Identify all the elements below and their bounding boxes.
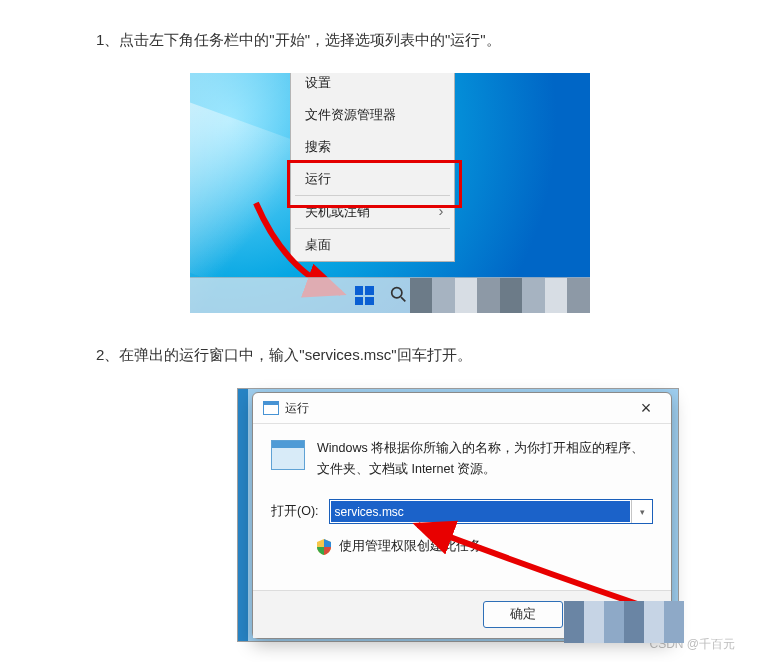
admin-note: 使用管理权限创建此任务。 <box>339 538 495 555</box>
chevron-down-icon[interactable]: ▾ <box>631 500 652 523</box>
step-1-text: 1、点击左下角任务栏中的"开始"，选择选项列表中的"运行"。 <box>96 26 739 53</box>
desktop-edge <box>238 389 248 641</box>
run-description: Windows 将根据你所输入的名称，为你打开相应的程序、文件夹、文档或 Int… <box>317 438 653 479</box>
start-button-icon[interactable] <box>355 286 374 305</box>
shield-icon <box>317 539 331 555</box>
pixelated-region <box>564 601 684 643</box>
open-input[interactable] <box>331 501 630 522</box>
menu-item-desktop[interactable]: 桌面 <box>291 229 454 261</box>
highlight-box <box>287 160 462 208</box>
run-dialog-icon <box>263 401 279 415</box>
menu-item-settings[interactable]: 设置 <box>291 73 454 99</box>
run-body-icon <box>271 440 305 470</box>
open-label: 打开(O): <box>271 503 319 520</box>
svg-point-0 <box>391 287 401 297</box>
screenshot-2: 运行 × Windows 将根据你所输入的名称，为你打开相应的程序、文件夹、文档… <box>237 388 679 642</box>
menu-item-explorer[interactable]: 文件资源管理器 <box>291 99 454 131</box>
pixelated-region <box>410 278 590 313</box>
open-combobox[interactable]: ▾ <box>329 499 653 524</box>
run-dialog-title: 运行 <box>285 400 309 417</box>
menu-item-search[interactable]: 搜索 <box>291 131 454 163</box>
run-dialog-titlebar: 运行 × <box>253 393 671 424</box>
step-2-text: 2、在弹出的运行窗口中，输入"services.msc"回车打开。 <box>96 341 739 368</box>
svg-line-1 <box>401 297 405 301</box>
screenshot-1: 设置 文件资源管理器 搜索 运行 关机或注销 桌面 <box>190 73 590 313</box>
taskbar-search-icon[interactable] <box>390 286 407 306</box>
close-icon[interactable]: × <box>631 401 661 415</box>
ok-button[interactable]: 确定 <box>483 601 563 628</box>
